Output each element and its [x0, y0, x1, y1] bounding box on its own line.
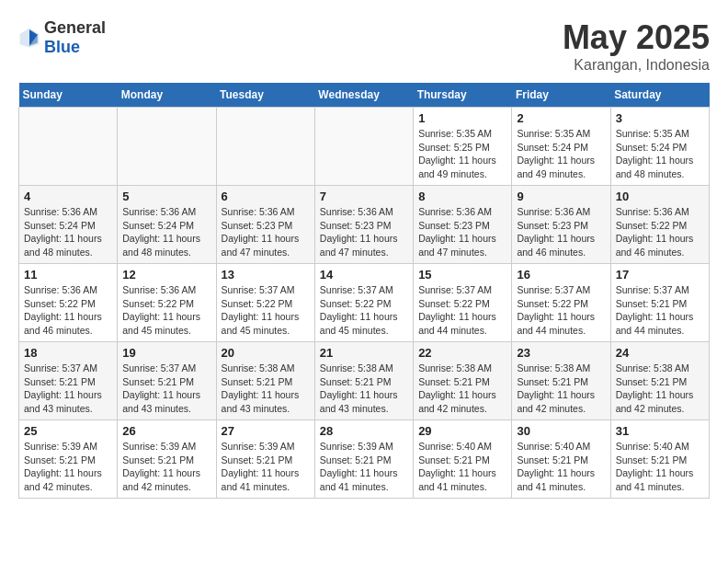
- day-info: Sunrise: 5:40 AM Sunset: 5:21 PM Dayligh…: [517, 440, 605, 494]
- header-wednesday: Wednesday: [314, 83, 413, 108]
- day-number: 10: [616, 190, 704, 203]
- day-info: Sunrise: 5:36 AM Sunset: 5:22 PM Dayligh…: [616, 205, 704, 259]
- month-title: May 2025: [563, 18, 710, 57]
- calendar-week-row: 4Sunrise: 5:36 AM Sunset: 5:24 PM Daylig…: [19, 186, 710, 264]
- day-info: Sunrise: 5:36 AM Sunset: 5:22 PM Dayligh…: [24, 283, 112, 338]
- day-info: Sunrise: 5:38 AM Sunset: 5:21 PM Dayligh…: [616, 362, 704, 416]
- day-info: Sunrise: 5:37 AM Sunset: 5:22 PM Dayligh…: [517, 283, 605, 338]
- calendar-table: Sunday Monday Tuesday Wednesday Thursday…: [18, 83, 710, 499]
- table-row: 29Sunrise: 5:40 AM Sunset: 5:21 PM Dayli…: [414, 420, 512, 499]
- day-number: 1: [418, 111, 506, 125]
- day-number: 29: [418, 424, 506, 438]
- table-row: 16Sunrise: 5:37 AM Sunset: 5:22 PM Dayli…: [512, 264, 610, 342]
- header-friday: Friday: [512, 83, 610, 108]
- calendar-week-row: 25Sunrise: 5:39 AM Sunset: 5:21 PM Dayli…: [19, 420, 710, 499]
- day-number: 25: [24, 424, 112, 438]
- table-row: [314, 108, 413, 186]
- logo-icon: [18, 27, 40, 49]
- day-number: 9: [517, 190, 605, 203]
- table-row: 7Sunrise: 5:36 AM Sunset: 5:23 PM Daylig…: [314, 186, 413, 264]
- day-number: 31: [616, 424, 704, 438]
- table-row: 19Sunrise: 5:37 AM Sunset: 5:21 PM Dayli…: [118, 342, 216, 420]
- table-row: 27Sunrise: 5:39 AM Sunset: 5:21 PM Dayli…: [216, 420, 314, 499]
- table-row: 21Sunrise: 5:38 AM Sunset: 5:21 PM Dayli…: [314, 342, 413, 420]
- day-number: 15: [418, 268, 506, 282]
- header-saturday: Saturday: [610, 83, 709, 108]
- day-number: 2: [517, 111, 605, 125]
- day-number: 28: [320, 424, 408, 438]
- day-info: Sunrise: 5:35 AM Sunset: 5:24 PM Dayligh…: [616, 127, 704, 181]
- day-number: 13: [222, 268, 310, 282]
- header-sunday: Sunday: [19, 83, 118, 108]
- calendar-week-row: 1Sunrise: 5:35 AM Sunset: 5:25 PM Daylig…: [19, 108, 710, 186]
- table-row: 13Sunrise: 5:37 AM Sunset: 5:22 PM Dayli…: [216, 264, 314, 342]
- location-title: Karangan, Indonesia: [563, 57, 710, 74]
- table-row: 12Sunrise: 5:36 AM Sunset: 5:22 PM Dayli…: [118, 264, 216, 342]
- day-info: Sunrise: 5:39 AM Sunset: 5:21 PM Dayligh…: [222, 440, 310, 494]
- day-number: 16: [517, 268, 605, 282]
- table-row: 11Sunrise: 5:36 AM Sunset: 5:22 PM Dayli…: [19, 264, 118, 342]
- day-info: Sunrise: 5:36 AM Sunset: 5:23 PM Dayligh…: [418, 205, 506, 259]
- logo-text: General Blue: [44, 18, 106, 57]
- day-info: Sunrise: 5:40 AM Sunset: 5:21 PM Dayligh…: [616, 440, 704, 494]
- day-info: Sunrise: 5:36 AM Sunset: 5:23 PM Dayligh…: [517, 205, 605, 259]
- day-number: 22: [418, 346, 506, 360]
- day-number: 6: [222, 190, 310, 203]
- day-number: 5: [122, 190, 210, 203]
- header-thursday: Thursday: [414, 83, 512, 108]
- calendar-header-row: Sunday Monday Tuesday Wednesday Thursday…: [19, 83, 710, 108]
- day-info: Sunrise: 5:35 AM Sunset: 5:24 PM Dayligh…: [517, 127, 605, 181]
- table-row: [216, 108, 314, 186]
- table-row: 26Sunrise: 5:39 AM Sunset: 5:21 PM Dayli…: [118, 420, 216, 499]
- day-info: Sunrise: 5:40 AM Sunset: 5:21 PM Dayligh…: [418, 440, 506, 494]
- logo-blue: Blue: [44, 38, 80, 56]
- table-row: 24Sunrise: 5:38 AM Sunset: 5:21 PM Dayli…: [610, 342, 709, 420]
- table-row: 1Sunrise: 5:35 AM Sunset: 5:25 PM Daylig…: [414, 108, 512, 186]
- day-info: Sunrise: 5:37 AM Sunset: 5:22 PM Dayligh…: [320, 283, 408, 338]
- day-info: Sunrise: 5:37 AM Sunset: 5:21 PM Dayligh…: [616, 283, 704, 338]
- day-number: 24: [616, 346, 704, 360]
- table-row: 28Sunrise: 5:39 AM Sunset: 5:21 PM Dayli…: [314, 420, 413, 499]
- day-info: Sunrise: 5:39 AM Sunset: 5:21 PM Dayligh…: [320, 440, 408, 494]
- table-row: 5Sunrise: 5:36 AM Sunset: 5:24 PM Daylig…: [118, 186, 216, 264]
- table-row: 15Sunrise: 5:37 AM Sunset: 5:22 PM Dayli…: [414, 264, 512, 342]
- page-header: General Blue May 2025 Karangan, Indonesi…: [18, 18, 710, 74]
- day-number: 17: [616, 268, 704, 282]
- day-number: 19: [122, 346, 210, 360]
- day-info: Sunrise: 5:36 AM Sunset: 5:23 PM Dayligh…: [222, 205, 310, 259]
- table-row: 3Sunrise: 5:35 AM Sunset: 5:24 PM Daylig…: [610, 108, 709, 186]
- calendar-week-row: 11Sunrise: 5:36 AM Sunset: 5:22 PM Dayli…: [19, 264, 710, 342]
- day-info: Sunrise: 5:37 AM Sunset: 5:21 PM Dayligh…: [24, 362, 112, 416]
- day-number: 3: [616, 111, 704, 125]
- day-number: 12: [122, 268, 210, 282]
- day-info: Sunrise: 5:39 AM Sunset: 5:21 PM Dayligh…: [122, 440, 210, 494]
- table-row: 30Sunrise: 5:40 AM Sunset: 5:21 PM Dayli…: [512, 420, 610, 499]
- day-info: Sunrise: 5:36 AM Sunset: 5:22 PM Dayligh…: [122, 283, 210, 338]
- day-number: 4: [24, 190, 112, 203]
- day-info: Sunrise: 5:37 AM Sunset: 5:22 PM Dayligh…: [418, 283, 506, 338]
- day-number: 20: [222, 346, 310, 360]
- table-row: 4Sunrise: 5:36 AM Sunset: 5:24 PM Daylig…: [19, 186, 118, 264]
- logo: General Blue: [18, 18, 106, 57]
- day-number: 23: [517, 346, 605, 360]
- table-row: [19, 108, 118, 186]
- table-row: 2Sunrise: 5:35 AM Sunset: 5:24 PM Daylig…: [512, 108, 610, 186]
- day-number: 14: [320, 268, 408, 282]
- day-info: Sunrise: 5:37 AM Sunset: 5:22 PM Dayligh…: [222, 283, 310, 338]
- day-number: 21: [320, 346, 408, 360]
- header-monday: Monday: [118, 83, 216, 108]
- day-number: 11: [24, 268, 112, 282]
- day-number: 30: [517, 424, 605, 438]
- day-info: Sunrise: 5:36 AM Sunset: 5:23 PM Dayligh…: [320, 205, 408, 259]
- day-info: Sunrise: 5:36 AM Sunset: 5:24 PM Dayligh…: [122, 205, 210, 259]
- day-info: Sunrise: 5:36 AM Sunset: 5:24 PM Dayligh…: [24, 205, 112, 259]
- day-info: Sunrise: 5:37 AM Sunset: 5:21 PM Dayligh…: [122, 362, 210, 416]
- title-block: May 2025 Karangan, Indonesia: [563, 18, 710, 74]
- table-row: 25Sunrise: 5:39 AM Sunset: 5:21 PM Dayli…: [19, 420, 118, 499]
- day-info: Sunrise: 5:38 AM Sunset: 5:21 PM Dayligh…: [517, 362, 605, 416]
- calendar-week-row: 18Sunrise: 5:37 AM Sunset: 5:21 PM Dayli…: [19, 342, 710, 420]
- day-info: Sunrise: 5:35 AM Sunset: 5:25 PM Dayligh…: [418, 127, 506, 181]
- table-row: 20Sunrise: 5:38 AM Sunset: 5:21 PM Dayli…: [216, 342, 314, 420]
- table-row: 14Sunrise: 5:37 AM Sunset: 5:22 PM Dayli…: [314, 264, 413, 342]
- table-row: 18Sunrise: 5:37 AM Sunset: 5:21 PM Dayli…: [19, 342, 118, 420]
